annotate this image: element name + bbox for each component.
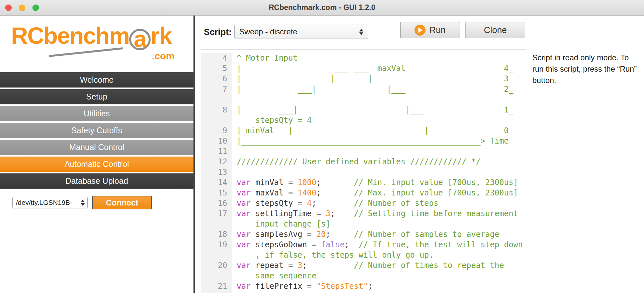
clone-button-label: Clone [484, 25, 507, 35]
code-line: 6| ___| |___ 3_ [201, 74, 526, 84]
line-number [201, 94, 232, 105]
script-select[interactable]: Sweep - discrete [234, 25, 368, 39]
sidebar-item-automatic-control[interactable]: Automatic Control [0, 157, 193, 172]
sidebar: RCbenchmark .com WelcomeSetupUtilitiesSa… [0, 16, 193, 293]
logo-text-post: rk [151, 23, 171, 49]
line-number [201, 115, 232, 125]
code-text [232, 167, 237, 177]
line-number: 19 [201, 240, 232, 250]
code-line: 20var repeat = 3; // Number of times to … [201, 260, 526, 271]
code-text: var stepsQty = 4; // Number of steps [232, 198, 438, 208]
code-text: var samplesAvg = 20; // Number of sample… [232, 229, 499, 240]
code-line: 11 [201, 146, 526, 157]
line-number: 10 [201, 136, 232, 146]
line-number: 20 [201, 260, 232, 271]
code-text: ^ Motor Input [232, 53, 298, 63]
line-number: 5 [201, 63, 232, 74]
close-button[interactable] [5, 5, 12, 11]
logo-text-pre: RCbenchm [11, 23, 129, 49]
code-text: | minVal___| |___ 0_ [232, 125, 514, 136]
script-select-value: Sweep - discrete [239, 27, 297, 36]
code-line: input change [s] [201, 219, 526, 229]
code-text: var settlingTime = 3; // Settling time b… [232, 208, 518, 219]
device-row: /dev/tty.LGSN19B- Connect [0, 196, 193, 209]
logo-text: RCbenchmark [11, 24, 193, 50]
code-text [232, 94, 237, 105]
sidebar-item-safety-cutoffs[interactable]: Safety Cutoffs [0, 123, 193, 138]
logo: RCbenchmark .com [0, 16, 193, 71]
code-text: stepsQty = 4 [232, 115, 312, 125]
code-text [232, 146, 237, 157]
editor-filler [201, 291, 526, 293]
app-window: RCbenchmark.com - GUI 1.2.0 RCbenchmark … [0, 0, 644, 293]
code-line: , if false, the steps will only go up. [201, 250, 526, 260]
minimize-button[interactable] [19, 5, 25, 11]
code-line: 4^ Motor Input [201, 53, 526, 63]
code-line: 21var filePrefix = "StepsTest"; [201, 281, 526, 291]
code-text: var maxVal = 1400; // Max. input value [… [232, 188, 518, 198]
sidebar-item-manual-control[interactable]: Manual Control [0, 140, 193, 155]
code-line: 8| ___| |___ 1_ [201, 105, 526, 115]
sidebar-divider [193, 16, 195, 293]
line-number: 11 [201, 146, 232, 157]
line-number [201, 250, 232, 260]
code-text: | ___| |___ 2_ [232, 84, 514, 94]
code-text: var filePrefix = "StepsTest"; [232, 281, 373, 291]
select-arrows-icon [359, 29, 363, 35]
run-button[interactable]: Run [400, 22, 460, 38]
line-number: 14 [201, 177, 232, 188]
logo-tld: .com [152, 51, 175, 62]
line-number: 16 [201, 198, 232, 208]
script-label: Script: [204, 27, 232, 37]
sidebar-item-setup[interactable]: Setup [0, 89, 193, 104]
zoom-button[interactable] [32, 5, 39, 11]
run-button-label: Run [429, 25, 446, 35]
code-line: 15var maxVal = 1400; // Max. input value… [201, 188, 526, 198]
device-select[interactable]: /dev/tty.LGSN19B- [12, 197, 88, 208]
code-line: 9| minVal___| |___ 0_ [201, 125, 526, 136]
code-line: 5| ___ ___ maxVal 4_ [201, 63, 526, 74]
line-number: 21 [201, 281, 232, 291]
line-number: 7 [201, 84, 232, 94]
code-text: ///////////// User defined variables ///… [232, 157, 480, 167]
window-title: RCbenchmark.com - GUI 1.2.0 [269, 3, 376, 12]
sidebar-item-welcome[interactable]: Welcome [0, 72, 193, 88]
titlebar: RCbenchmark.com - GUI 1.2.0 [0, 0, 644, 16]
code-line: 18var samplesAvg = 20; // Number of samp… [201, 229, 526, 240]
window-controls [5, 5, 39, 11]
code-line: 17var settlingTime = 3; // Settling time… [201, 208, 526, 219]
readonly-notice: Script in read only mode. To run this sc… [532, 52, 641, 86]
sidebar-menu: WelcomeSetupUtilitiesSafety CutoffsManua… [0, 71, 193, 189]
line-number: 8 [201, 105, 232, 115]
code-text: |_______________________________________… [232, 136, 509, 146]
line-number: 4 [201, 53, 232, 63]
code-text: , if false, the steps will only go up. [232, 250, 434, 260]
play-icon [415, 25, 426, 36]
code-text: | ___| |___ 1_ [232, 105, 514, 115]
code-text: var repeat = 3; // Number of times to re… [232, 260, 504, 271]
sidebar-item-database-upload[interactable]: Database Upload [0, 173, 193, 189]
code-line: stepsQty = 4 [201, 115, 526, 125]
code-line: 19var stepsGoDown = false; // If true, t… [201, 240, 526, 250]
code-line: same sequence [201, 271, 526, 281]
select-arrows-icon [81, 200, 85, 206]
line-number: 18 [201, 229, 232, 240]
code-line: 10|_____________________________________… [201, 136, 526, 146]
clone-button[interactable]: Clone [465, 22, 525, 38]
code-text: | ___ ___ maxVal 4_ [232, 63, 514, 74]
code-text: | ___| |___ 3_ [232, 74, 514, 84]
sidebar-item-utilities[interactable]: Utilities [0, 106, 193, 121]
connect-button[interactable]: Connect [92, 196, 152, 209]
code-text: input change [s] [232, 219, 330, 229]
line-number: 13 [201, 167, 232, 177]
logo-ring-icon: a [129, 29, 151, 50]
line-number [201, 271, 232, 281]
line-number [201, 219, 232, 229]
line-number: 15 [201, 188, 232, 198]
device-select-value: /dev/tty.LGSN19B- [16, 199, 72, 206]
line-number: 17 [201, 208, 232, 219]
code-line: 16var stepsQty = 4; // Number of steps [201, 198, 526, 208]
code-line: 12///////////// User defined variables /… [201, 157, 526, 167]
line-number: 12 [201, 157, 232, 167]
code-editor[interactable]: 4^ Motor Input5| ___ ___ maxVal 4_6| ___… [201, 49, 526, 293]
